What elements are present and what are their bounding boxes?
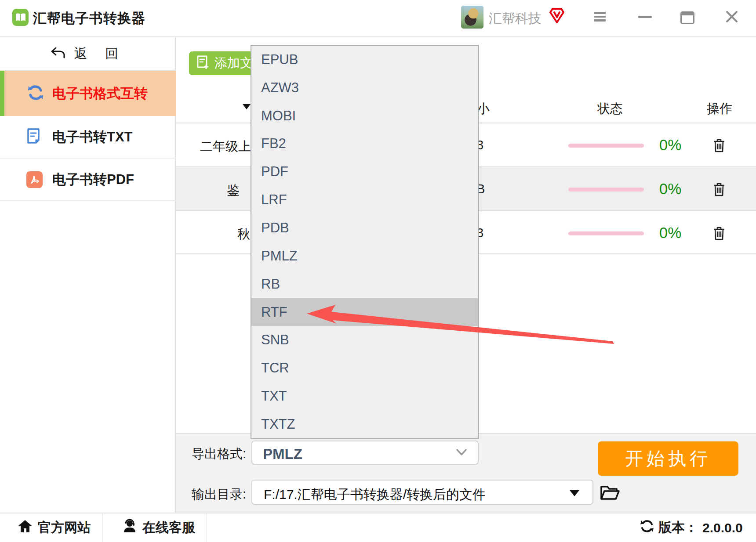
sidebar-item-label: 电子书格式互转 <box>52 84 148 103</box>
vendor-name: 汇帮科技 <box>489 10 542 28</box>
dropdown-arrow-icon <box>570 490 579 496</box>
back-icon <box>51 47 65 60</box>
folder-icon <box>600 484 620 502</box>
output-dir-label: 输出目录: <box>176 486 246 503</box>
file-name: 鉴 <box>227 182 240 199</box>
dropdown-item[interactable]: FB2 <box>251 130 478 158</box>
format-dropdown-list: EPUB AZW3 MOBI FB2 PDF LRF PDB PMLZ RB R… <box>251 45 479 439</box>
dropdown-item[interactable]: TXTZ <box>251 410 478 438</box>
vip-badge-icon[interactable] <box>549 7 565 26</box>
app-title: 汇帮电子书转换器 <box>33 9 145 28</box>
app-logo-book-icon <box>12 9 29 26</box>
sync-icon <box>27 85 44 102</box>
file-name: 秋 <box>237 226 250 243</box>
progress-percent: 0% <box>656 224 685 242</box>
menu-button[interactable] <box>594 12 606 22</box>
progress-percent: 0% <box>656 136 685 154</box>
minimize-button[interactable] <box>638 16 652 18</box>
progress-bar <box>568 231 644 235</box>
dropdown-item[interactable]: EPUB <box>251 46 478 74</box>
dropdown-item[interactable]: RB <box>251 270 478 298</box>
back-button[interactable]: 返 回 <box>0 37 176 71</box>
dropdown-item[interactable]: TCR <box>251 354 478 382</box>
browse-folder-button[interactable] <box>600 484 621 502</box>
delete-button[interactable] <box>712 226 726 241</box>
titlebar: 汇帮电子书转换器 汇帮科技 <box>0 0 756 37</box>
add-file-icon <box>196 55 209 72</box>
sidebar-item-to-pdf[interactable]: 电子书转PDF <box>0 159 176 201</box>
version-value: 2.0.0.0 <box>702 520 743 535</box>
version-info: 版本： 2.0.0.0 <box>640 513 743 542</box>
home-icon <box>18 519 33 536</box>
user-avatar[interactable] <box>461 6 483 29</box>
progress-bar <box>568 188 644 192</box>
delete-button[interactable] <box>712 182 726 197</box>
column-header-action: 操作 <box>705 100 734 118</box>
sidebar-item-label: 电子书转TXT <box>52 128 133 146</box>
txt-document-icon <box>26 128 40 146</box>
back-label: 返 回 <box>74 45 125 63</box>
file-name: 二年级上 <box>200 138 251 155</box>
maximize-button[interactable] <box>680 11 694 24</box>
headset-person-icon <box>122 519 137 536</box>
filter-dropdown-arrow-icon[interactable] <box>243 104 251 109</box>
refresh-icon[interactable] <box>640 520 654 536</box>
online-support-label: 在线客服 <box>142 519 195 537</box>
pdf-icon <box>26 171 43 188</box>
sidebar-item-to-txt[interactable]: 电子书转TXT <box>0 116 176 159</box>
delete-button[interactable] <box>712 138 726 153</box>
dropdown-item[interactable]: PDF <box>251 158 478 186</box>
dropdown-item-highlighted[interactable]: RTF <box>251 298 478 326</box>
online-support-link[interactable]: 在线客服 <box>104 513 207 542</box>
official-website-label: 官方网站 <box>38 519 91 537</box>
export-format-label: 导出格式: <box>176 445 246 463</box>
progress-bar <box>568 144 644 148</box>
sidebar-item-format-convert[interactable]: 电子书格式互转 <box>0 71 176 116</box>
dropdown-item[interactable]: SNB <box>251 326 478 354</box>
dropdown-item[interactable]: LRF <box>251 186 478 214</box>
export-format-value: PMLZ <box>263 446 302 463</box>
output-dir-value: F:/17.汇帮电子书转换器/转换后的文件 <box>264 486 486 504</box>
column-header-status: 状态 <box>596 100 624 118</box>
close-button[interactable] <box>726 11 738 23</box>
dropdown-item[interactable]: PDB <box>251 214 478 242</box>
official-website-link[interactable]: 官方网站 <box>0 513 103 542</box>
dropdown-item[interactable]: PMLZ <box>251 242 478 270</box>
dropdown-item[interactable]: AZW3 <box>251 74 478 102</box>
version-label: 版本： <box>658 519 698 537</box>
sidebar-item-label: 电子书转PDF <box>52 170 134 189</box>
progress-percent: 0% <box>656 180 685 198</box>
chevron-down-icon <box>456 448 467 458</box>
start-button[interactable]: 开始执行 <box>598 441 738 476</box>
output-dir-combo[interactable]: F:/17.汇帮电子书转换器/转换后的文件 <box>251 480 593 505</box>
export-format-select[interactable]: PMLZ <box>251 441 479 465</box>
dropdown-item[interactable]: TXT <box>251 382 478 410</box>
dropdown-item[interactable]: MOBI <box>251 102 478 130</box>
